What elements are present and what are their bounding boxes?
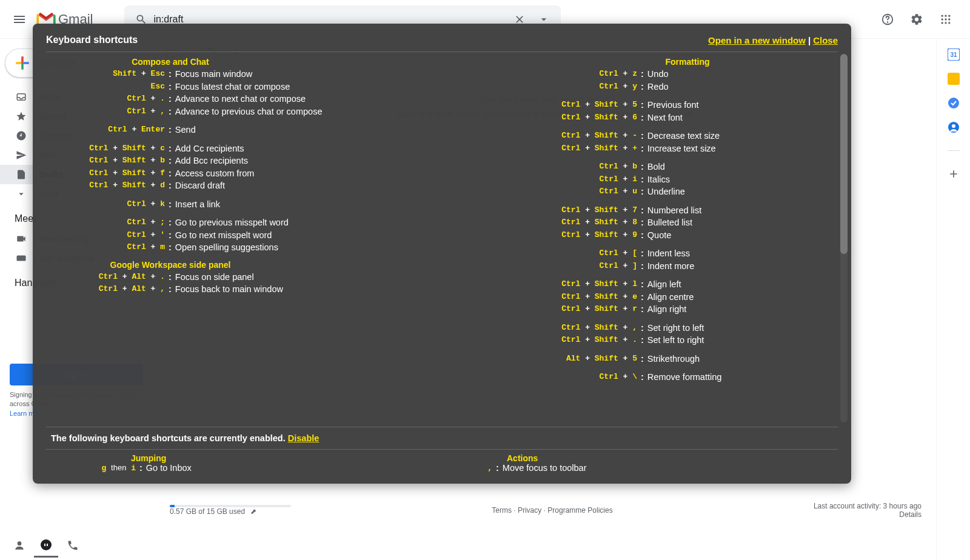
svg-point-3: [945, 15, 946, 16]
search-input[interactable]: [153, 14, 507, 25]
shortcut-keys: Ctrl + m: [46, 241, 165, 254]
contacts-icon[interactable]: [948, 121, 960, 133]
calendar-icon[interactable]: 31: [948, 48, 960, 61]
shortcut-row: Ctrl + Shift + 7:Numbered list: [442, 204, 838, 217]
shortcut-keys: Ctrl + Shift + 8: [442, 216, 637, 229]
close-dialog-link[interactable]: Close: [813, 35, 838, 45]
shortcut-row: Ctrl + u:Underline: [442, 185, 838, 198]
svg-rect-19: [948, 73, 960, 85]
shortcut-row: Esc:Focus latest chat or compose: [46, 81, 442, 93]
shortcut-row: Ctrl + Shift + c:Add Cc recipients: [46, 142, 442, 155]
shortcut-row: Ctrl + Shift + 5:Previous font: [442, 99, 838, 112]
jumping-title: Jumping: [131, 453, 337, 463]
keep-icon[interactable]: [948, 73, 960, 85]
privacy-link[interactable]: Privacy: [518, 506, 541, 515]
hangouts-person-icon[interactable]: [7, 533, 32, 558]
add-addon-icon[interactable]: [948, 168, 960, 180]
shortcut-row: Ctrl + Shift + -:Decrease text size: [442, 130, 838, 142]
svg-rect-12: [17, 256, 26, 261]
support-icon[interactable]: [875, 7, 900, 32]
open-new-window-link[interactable]: Open in a new window: [708, 35, 806, 45]
shortcut-desc: Add Bcc recipients: [175, 155, 248, 167]
shortcut-group-title: Compose and Chat: [46, 57, 295, 67]
shortcut-row: Ctrl + i:Italics: [442, 173, 838, 186]
shortcut-desc: Focus latest chat or compose: [175, 81, 290, 93]
shortcut-keys: Ctrl + ]: [442, 260, 637, 273]
hangouts-phone-icon[interactable]: [61, 533, 85, 558]
video-icon: [16, 233, 28, 244]
shortcut-desc: Align left: [647, 278, 681, 291]
shortcut-keys: Ctrl + Shift + 5: [442, 99, 637, 112]
shortcut-desc: Next font: [647, 112, 683, 124]
shortcuts-col-2: FormattingCtrl + z:UndoCtrl + y:RedoCtrl…: [442, 56, 838, 427]
shortcut-desc: Redo: [647, 81, 669, 93]
shortcut-keys: Ctrl + ': [46, 229, 165, 242]
shortcut-row: ,:Move focus to toolbar: [337, 463, 628, 473]
shortcut-desc: Increase text size: [647, 142, 716, 155]
shortcut-row: Ctrl + Shift + ,:Set right to left: [442, 322, 838, 335]
shortcut-desc: Move focus to toolbar: [503, 463, 587, 473]
shortcut-desc: Align right: [647, 303, 686, 316]
shortcut-desc: Go to next misspelt word: [175, 229, 272, 242]
shortcut-keys: Ctrl + [: [442, 247, 637, 260]
shortcut-desc: Bulleted list: [647, 216, 692, 229]
shortcuts-status: The following keyboard shortcuts are cur…: [46, 433, 838, 450]
shortcut-row: Ctrl + Shift + .:Set left to right: [442, 334, 838, 347]
shortcut-keys: Ctrl + Alt + .: [46, 271, 165, 284]
shortcut-keys: Ctrl + ;: [46, 216, 165, 229]
shortcut-desc: Remove formatting: [647, 371, 722, 384]
shortcut-desc: Focus main window: [175, 68, 252, 81]
shortcut-desc: Open spelling suggestions: [175, 241, 278, 254]
dialog-title: Keyboard shortcuts: [46, 35, 138, 45]
shortcut-desc: Decrease text size: [647, 130, 720, 142]
disable-shortcuts-link[interactable]: Disable: [288, 433, 319, 443]
main-menu-icon[interactable]: [5, 5, 34, 34]
shortcut-keys: Ctrl + Alt + ,: [46, 283, 165, 296]
shortcut-row: Ctrl + Shift + r:Align right: [442, 303, 838, 316]
shortcut-keys: Ctrl + z: [442, 68, 637, 81]
shortcut-keys: Ctrl + Shift + 6: [442, 112, 637, 124]
shortcut-keys: Ctrl + Shift + -: [442, 130, 637, 142]
shortcut-desc: Add Cc recipients: [175, 142, 244, 155]
shortcut-row: Ctrl + ]:Indent more: [442, 260, 838, 273]
side-panel: 31: [936, 39, 970, 560]
svg-point-24: [41, 539, 52, 550]
program-link[interactable]: Programme Policies: [547, 506, 612, 515]
apps-icon[interactable]: [934, 7, 958, 32]
shortcut-row: Ctrl + ;:Go to previous misspelt word: [46, 216, 442, 229]
shortcut-row: Ctrl + y:Redo: [442, 81, 838, 93]
open-storage-icon[interactable]: ⬈: [250, 507, 256, 516]
shortcut-keys: Ctrl + Shift + 7: [442, 204, 637, 217]
settings-icon[interactable]: [905, 7, 929, 32]
draft-icon: [16, 169, 28, 180]
shortcut-row: Ctrl + Shift + 6:Next font: [442, 112, 838, 124]
scrollbar[interactable]: [840, 54, 848, 422]
hangouts-chat-icon[interactable]: [34, 533, 58, 558]
shortcut-keys: Alt + Shift + 5: [442, 353, 637, 365]
shortcut-row: Ctrl + Enter:Send: [46, 124, 442, 136]
chevron-down-icon: [16, 188, 28, 199]
svg-point-22: [952, 124, 955, 128]
shortcut-desc: Strikethrough: [647, 353, 700, 365]
shortcut-row: Ctrl + k:Insert a link: [46, 198, 442, 211]
details-link[interactable]: Details: [899, 510, 921, 519]
svg-point-23: [18, 541, 22, 545]
shortcut-row: Ctrl + m:Open spelling suggestions: [46, 241, 442, 254]
shortcut-keys: Ctrl + Shift + ,: [442, 322, 637, 335]
storage-text: 0.57 GB of 15 GB used: [170, 507, 245, 516]
svg-point-20: [948, 98, 959, 108]
shortcut-row: Ctrl + [:Indent less: [442, 247, 838, 260]
tasks-icon[interactable]: [948, 97, 960, 109]
shortcut-keys: Ctrl + Shift + e: [442, 291, 637, 304]
shortcut-desc: Discard draft: [175, 179, 225, 192]
shortcut-row: Ctrl + z:Undo: [442, 68, 838, 81]
shortcut-desc: Quote: [647, 229, 672, 242]
shortcut-row: Ctrl + ':Go to next misspelt word: [46, 229, 442, 242]
shortcut-keys: Ctrl + Shift + r: [442, 303, 637, 316]
shortcut-row: g then i:Go to Inbox: [46, 463, 337, 473]
shortcut-keys: Ctrl + Shift + d: [46, 179, 165, 192]
shortcut-desc: Align centre: [647, 291, 694, 304]
terms-link[interactable]: Terms: [492, 506, 512, 515]
shortcut-row: Ctrl + Shift + f:Access custom from: [46, 167, 442, 180]
svg-point-8: [942, 22, 943, 24]
